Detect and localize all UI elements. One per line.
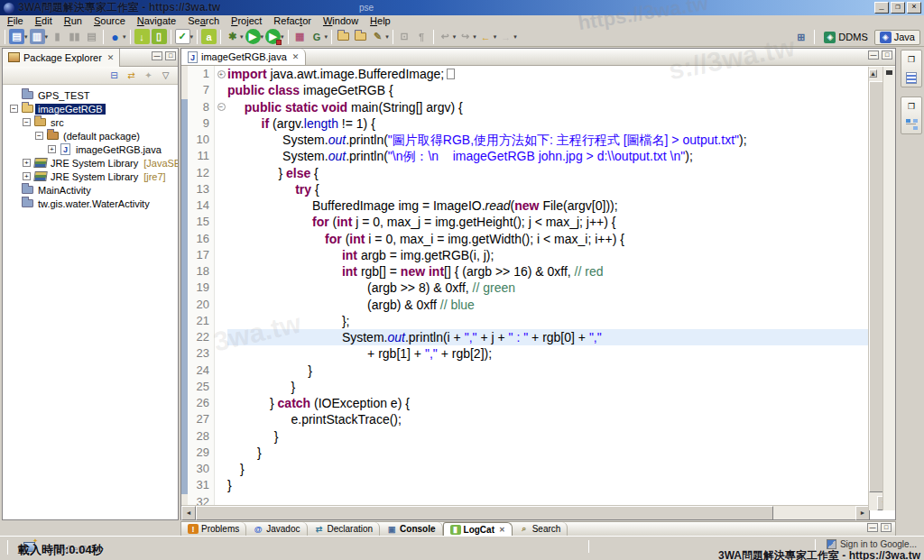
package-explorer-tab[interactable]: Package Explorer ✕ [3, 49, 120, 67]
debug-icon-dropdown[interactable]: ▾ [240, 33, 244, 41]
open-type-icon-dropdown[interactable]: ▾ [325, 33, 328, 41]
tree-item[interactable]: +JRE System Library[jre7] [3, 170, 178, 183]
link-with-editor-icon[interactable]: ⇄ [125, 69, 138, 82]
code-line[interactable]: 21}; [181, 313, 895, 329]
editor-vertical-scrollbar[interactable]: ▲▼ [868, 67, 882, 510]
code-line[interactable]: 13try { [181, 181, 895, 197]
next-edit-location-icon-dropdown[interactable]: ▾ [473, 33, 476, 41]
tab-declaration[interactable]: ⇄Declaration [308, 522, 381, 536]
collapse-all-icon[interactable]: ⊟ [107, 69, 121, 82]
code-line[interactable]: 24} [181, 363, 895, 379]
fold-minus-icon[interactable]: − [215, 99, 227, 115]
package-explorer-tree[interactable]: GPS_TEST−imageGetRGB−src−(default packag… [3, 85, 178, 519]
overview-ruler[interactable] [882, 67, 895, 510]
maximize-view-button[interactable]: □ [165, 51, 176, 60]
new-wizard-icon-dropdown[interactable]: ▾ [24, 33, 28, 41]
open-resource-icon[interactable] [353, 29, 368, 44]
menu-window[interactable]: Window [318, 15, 364, 27]
collapse-icon[interactable]: − [21, 118, 32, 126]
tree-item[interactable]: −src [3, 115, 178, 129]
tab-javadoc[interactable]: @Javadoc [246, 522, 307, 536]
perspective-java[interactable]: ◈Java [874, 30, 920, 45]
code-line[interactable]: 30} [181, 461, 895, 477]
code-line[interactable]: 1+import java.awt.image.BufferedImage; [181, 66, 895, 82]
blue-sphere-icon[interactable]: ● [107, 29, 123, 44]
verify-check-icon[interactable]: ✓ [175, 29, 190, 44]
code-line[interactable]: 10System.out.println("圖片取得RGB,使用方法如下: 主程… [181, 132, 895, 148]
code-line[interactable]: 20(argb) & 0xff // blue [181, 297, 895, 313]
code-line[interactable]: 31} [181, 477, 895, 493]
run-external-icon[interactable]: ▶ [265, 29, 281, 44]
code-line[interactable]: 19(argb >> 8) & 0xff, // green [181, 280, 895, 296]
tab-console[interactable]: ▣Console [380, 522, 442, 536]
android-sdk-manager-icon[interactable]: ↓ [134, 29, 150, 44]
outline-view-icon[interactable] [904, 71, 919, 84]
code-line[interactable]: 9if (argv.length != 1) { [181, 115, 895, 132]
coverage-grid-icon[interactable]: ▦ [292, 29, 308, 44]
menu-project[interactable]: Project [226, 15, 267, 27]
code-line[interactable]: 25} [181, 379, 895, 395]
restore-view-icon[interactable]: ❐ [904, 100, 919, 113]
code-line[interactable]: 11System.out.println("\n例：\n imageGetRGB… [181, 148, 895, 164]
open-perspective-icon[interactable]: ⊞ [793, 30, 808, 45]
tree-item[interactable]: GPS_TEST [3, 88, 178, 102]
collapse-icon[interactable]: − [8, 105, 20, 113]
code-line[interactable]: 8−public static void main(String[] argv)… [181, 99, 895, 115]
editor-tab-close-icon[interactable]: ✕ [292, 52, 300, 61]
tab-logcat[interactable]: ▮LogCat✕ [443, 522, 513, 536]
editor-tab-imageGetRGB[interactable]: J imageGetRGB.java ✕ [181, 49, 306, 65]
back-icon[interactable]: ← [478, 29, 494, 44]
code-line[interactable]: 28} [181, 428, 895, 445]
tree-item[interactable]: −(default package) [3, 129, 178, 142]
back-icon-dropdown[interactable]: ▾ [494, 33, 497, 41]
tree-item[interactable]: MainActivity [3, 183, 178, 197]
android-avd-manager-icon[interactable]: ▯ [152, 29, 167, 44]
code-line[interactable]: 27e.printStackTrace(); [181, 411, 895, 427]
new-java-project-icon[interactable]: ▥ [30, 29, 45, 44]
bottom-minimize-button[interactable]: — [867, 523, 878, 532]
code-line[interactable]: 12} else { [181, 165, 895, 181]
menu-file[interactable]: File [2, 15, 29, 27]
blue-sphere-icon-dropdown[interactable]: ▾ [123, 33, 126, 41]
tab-close-icon[interactable]: ✕ [499, 526, 505, 534]
run-icon[interactable]: ▶ [245, 29, 261, 44]
editor-horizontal-scrollbar[interactable]: ◄► [181, 505, 870, 519]
code-line[interactable]: 16for (int i = 0, max_i = img.getWidth()… [181, 231, 895, 247]
code-line[interactable]: 29} [181, 445, 895, 461]
tab-problems[interactable]: !Problems [181, 522, 246, 536]
verify-check-icon-dropdown[interactable]: ▾ [190, 33, 194, 41]
menu-navigate[interactable]: Navigate [132, 15, 181, 27]
new-java-project-icon-dropdown[interactable]: ▾ [45, 33, 49, 41]
package-explorer-close-icon[interactable]: ✕ [107, 53, 115, 62]
tree-item[interactable]: +JRE System Library[JavaSE-1.7] [3, 156, 178, 170]
close-button[interactable]: × [907, 2, 921, 14]
menu-refactor[interactable]: Refactor [268, 15, 317, 27]
menu-search[interactable]: Search [182, 15, 225, 27]
restore-view-icon[interactable]: ❐ [904, 53, 919, 66]
annotate-pencil-icon[interactable]: ✎ [370, 29, 385, 44]
expand-icon[interactable]: + [21, 159, 32, 167]
forward-icon-dropdown[interactable]: ▾ [513, 33, 517, 41]
perspective-ddms[interactable]: ◈DDMS [819, 31, 872, 44]
minimize-button[interactable]: _ [874, 2, 889, 14]
expand-icon[interactable]: + [21, 172, 32, 180]
run-icon-dropdown[interactable]: ▾ [261, 33, 264, 41]
tree-item[interactable]: tw.gis.water.WaterActivity [3, 197, 178, 210]
code-line[interactable]: 14BufferedImage img = ImageIO.read(new F… [181, 197, 895, 214]
open-type-icon[interactable]: G [310, 29, 325, 44]
annotate-pencil-icon-dropdown[interactable]: ▾ [385, 33, 389, 41]
menu-edit[interactable]: Edit [30, 15, 58, 27]
expand-icon[interactable]: + [46, 145, 58, 153]
tree-item[interactable]: +JimageGetRGB.java [3, 142, 178, 156]
new-android-project-icon[interactable]: a [201, 29, 217, 44]
open-folder-icon[interactable] [336, 29, 351, 44]
minimize-view-button[interactable]: — [152, 51, 162, 60]
code-line[interactable]: 23+ rgb[1] + "," + rgb[2]); [181, 345, 895, 362]
bottom-maximize-button[interactable]: □ [881, 523, 892, 532]
restore-button[interactable]: ❐ [891, 2, 905, 14]
code-line[interactable]: 17int argb = img.getRGB(i, j); [181, 247, 895, 263]
debug-icon[interactable]: ✱ [225, 29, 240, 44]
code-line[interactable]: 7public class imageGetRGB { [181, 82, 895, 98]
tree-item[interactable]: −imageGetRGB [3, 102, 178, 115]
hierarchy-view-icon[interactable] [904, 118, 919, 131]
